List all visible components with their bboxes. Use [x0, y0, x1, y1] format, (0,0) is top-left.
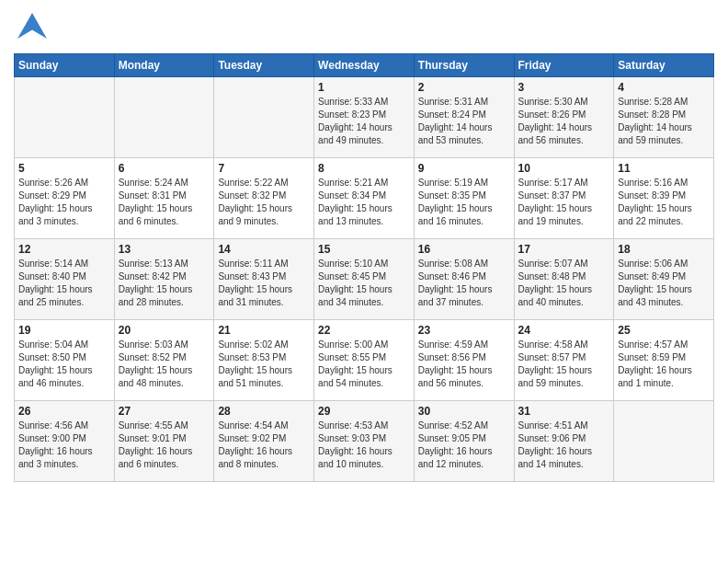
day-number: 11 — [618, 162, 710, 175]
day-content: Sunrise: 4:52 AM Sunset: 9:05 PM Dayligh… — [418, 419, 510, 471]
day-content: Sunrise: 5:03 AM Sunset: 8:52 PM Dayligh… — [119, 339, 210, 390]
day-number: 22 — [318, 324, 410, 337]
day-content: Sunrise: 5:07 AM Sunset: 8:48 PM Dayligh… — [518, 258, 610, 309]
logo-icon — [14, 9, 51, 46]
day-number: 19 — [18, 324, 110, 337]
calendar-cell: 2Sunrise: 5:31 AM Sunset: 8:24 PM Daylig… — [414, 77, 514, 158]
calendar-cell — [15, 77, 115, 158]
calendar-cell: 10Sunrise: 5:17 AM Sunset: 8:37 PM Dayli… — [514, 158, 614, 239]
calendar-cell — [214, 77, 314, 158]
calendar-cell: 7Sunrise: 5:22 AM Sunset: 8:32 PM Daylig… — [214, 158, 314, 239]
calendar-cell: 13Sunrise: 5:13 AM Sunset: 8:42 PM Dayli… — [114, 239, 214, 320]
calendar-cell: 3Sunrise: 5:30 AM Sunset: 8:26 PM Daylig… — [514, 77, 614, 158]
day-content: Sunrise: 4:59 AM Sunset: 8:56 PM Dayligh… — [418, 339, 510, 390]
day-number: 29 — [318, 405, 410, 418]
header-saturday: Saturday — [614, 54, 714, 77]
day-number: 24 — [518, 324, 610, 337]
calendar-cell: 24Sunrise: 4:58 AM Sunset: 8:57 PM Dayli… — [514, 320, 614, 401]
calendar-cell: 14Sunrise: 5:11 AM Sunset: 8:43 PM Dayli… — [214, 239, 314, 320]
week-row-5: 26Sunrise: 4:56 AM Sunset: 9:00 PM Dayli… — [15, 401, 714, 482]
calendar-cell: 4Sunrise: 5:28 AM Sunset: 8:28 PM Daylig… — [614, 77, 714, 158]
calendar-cell: 8Sunrise: 5:21 AM Sunset: 8:34 PM Daylig… — [314, 158, 415, 239]
day-number: 13 — [119, 243, 210, 256]
day-content: Sunrise: 5:30 AM Sunset: 8:26 PM Dayligh… — [518, 96, 610, 147]
day-content: Sunrise: 4:53 AM Sunset: 9:03 PM Dayligh… — [318, 419, 410, 471]
day-number: 17 — [518, 243, 610, 256]
day-number: 4 — [618, 81, 710, 94]
page-header — [14, 9, 714, 46]
calendar-cell: 18Sunrise: 5:06 AM Sunset: 8:49 PM Dayli… — [614, 239, 714, 320]
calendar-body: 1Sunrise: 5:33 AM Sunset: 8:23 PM Daylig… — [15, 77, 714, 482]
header-thursday: Thursday — [414, 54, 514, 77]
day-content: Sunrise: 5:14 AM Sunset: 8:40 PM Dayligh… — [18, 258, 110, 309]
day-content: Sunrise: 4:56 AM Sunset: 9:00 PM Dayligh… — [18, 419, 110, 471]
calendar-cell: 25Sunrise: 4:57 AM Sunset: 8:59 PM Dayli… — [614, 320, 714, 401]
day-number: 15 — [318, 243, 410, 256]
day-content: Sunrise: 5:31 AM Sunset: 8:24 PM Dayligh… — [418, 96, 510, 147]
day-content: Sunrise: 5:04 AM Sunset: 8:50 PM Dayligh… — [18, 339, 110, 390]
calendar-cell: 6Sunrise: 5:24 AM Sunset: 8:31 PM Daylig… — [114, 158, 214, 239]
calendar-cell: 12Sunrise: 5:14 AM Sunset: 8:40 PM Dayli… — [15, 239, 115, 320]
calendar-cell: 26Sunrise: 4:56 AM Sunset: 9:00 PM Dayli… — [15, 401, 115, 482]
calendar-cell: 15Sunrise: 5:10 AM Sunset: 8:45 PM Dayli… — [314, 239, 415, 320]
day-number: 26 — [18, 405, 110, 418]
header-friday: Friday — [514, 54, 614, 77]
day-number: 14 — [218, 243, 310, 256]
day-number: 7 — [218, 162, 310, 175]
day-content: Sunrise: 4:58 AM Sunset: 8:57 PM Dayligh… — [518, 339, 610, 390]
week-row-2: 5Sunrise: 5:26 AM Sunset: 8:29 PM Daylig… — [15, 158, 714, 239]
week-row-1: 1Sunrise: 5:33 AM Sunset: 8:23 PM Daylig… — [15, 77, 714, 158]
header-tuesday: Tuesday — [214, 54, 314, 77]
day-content: Sunrise: 5:22 AM Sunset: 8:32 PM Dayligh… — [218, 177, 310, 228]
calendar-cell: 9Sunrise: 5:19 AM Sunset: 8:35 PM Daylig… — [414, 158, 514, 239]
day-number: 28 — [218, 405, 310, 418]
day-content: Sunrise: 5:19 AM Sunset: 8:35 PM Dayligh… — [418, 177, 510, 228]
day-number: 1 — [318, 81, 410, 94]
calendar-cell: 19Sunrise: 5:04 AM Sunset: 8:50 PM Dayli… — [15, 320, 115, 401]
day-content: Sunrise: 5:24 AM Sunset: 8:31 PM Dayligh… — [119, 177, 210, 228]
calendar-cell: 17Sunrise: 5:07 AM Sunset: 8:48 PM Dayli… — [514, 239, 614, 320]
day-number: 20 — [119, 324, 210, 337]
week-row-4: 19Sunrise: 5:04 AM Sunset: 8:50 PM Dayli… — [15, 320, 714, 401]
day-content: Sunrise: 5:11 AM Sunset: 8:43 PM Dayligh… — [218, 258, 310, 309]
day-content: Sunrise: 4:57 AM Sunset: 8:59 PM Dayligh… — [618, 339, 710, 390]
day-number: 31 — [518, 405, 610, 418]
calendar-cell: 21Sunrise: 5:02 AM Sunset: 8:53 PM Dayli… — [214, 320, 314, 401]
day-number: 12 — [18, 243, 110, 256]
day-content: Sunrise: 5:16 AM Sunset: 8:39 PM Dayligh… — [618, 177, 710, 228]
day-content: Sunrise: 5:17 AM Sunset: 8:37 PM Dayligh… — [518, 177, 610, 228]
header-monday: Monday — [114, 54, 214, 77]
logo — [14, 9, 54, 46]
calendar-cell: 28Sunrise: 4:54 AM Sunset: 9:02 PM Dayli… — [214, 401, 314, 482]
calendar-cell — [614, 401, 714, 482]
calendar-cell: 30Sunrise: 4:52 AM Sunset: 9:05 PM Dayli… — [414, 401, 514, 482]
day-content: Sunrise: 5:28 AM Sunset: 8:28 PM Dayligh… — [618, 96, 710, 147]
day-content: Sunrise: 5:02 AM Sunset: 8:53 PM Dayligh… — [218, 339, 310, 390]
day-number: 18 — [618, 243, 710, 256]
day-content: Sunrise: 5:10 AM Sunset: 8:45 PM Dayligh… — [318, 258, 410, 309]
week-row-3: 12Sunrise: 5:14 AM Sunset: 8:40 PM Dayli… — [15, 239, 714, 320]
day-number: 30 — [418, 405, 510, 418]
day-number: 5 — [18, 162, 110, 175]
calendar-cell: 11Sunrise: 5:16 AM Sunset: 8:39 PM Dayli… — [614, 158, 714, 239]
day-content: Sunrise: 5:33 AM Sunset: 8:23 PM Dayligh… — [318, 96, 410, 147]
day-number: 21 — [218, 324, 310, 337]
calendar-cell: 20Sunrise: 5:03 AM Sunset: 8:52 PM Dayli… — [114, 320, 214, 401]
calendar-cell: 16Sunrise: 5:08 AM Sunset: 8:46 PM Dayli… — [414, 239, 514, 320]
day-content: Sunrise: 5:26 AM Sunset: 8:29 PM Dayligh… — [18, 177, 110, 228]
day-content: Sunrise: 4:55 AM Sunset: 9:01 PM Dayligh… — [119, 419, 210, 471]
day-number: 16 — [418, 243, 510, 256]
calendar-cell: 23Sunrise: 4:59 AM Sunset: 8:56 PM Dayli… — [414, 320, 514, 401]
calendar-cell — [114, 77, 214, 158]
day-number: 10 — [518, 162, 610, 175]
calendar-cell: 29Sunrise: 4:53 AM Sunset: 9:03 PM Dayli… — [314, 401, 415, 482]
day-content: Sunrise: 5:13 AM Sunset: 8:42 PM Dayligh… — [119, 258, 210, 309]
day-number: 8 — [318, 162, 410, 175]
header-wednesday: Wednesday — [314, 54, 415, 77]
day-content: Sunrise: 5:21 AM Sunset: 8:34 PM Dayligh… — [318, 177, 410, 228]
svg-marker-0 — [17, 13, 47, 39]
day-content: Sunrise: 5:00 AM Sunset: 8:55 PM Dayligh… — [318, 339, 410, 390]
day-number: 3 — [518, 81, 610, 94]
header-sunday: Sunday — [15, 54, 115, 77]
calendar-cell: 27Sunrise: 4:55 AM Sunset: 9:01 PM Dayli… — [114, 401, 214, 482]
